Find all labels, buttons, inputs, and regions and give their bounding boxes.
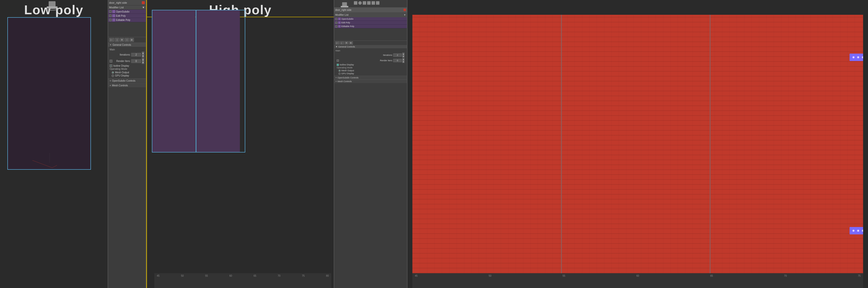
right-tb-1[interactable]: |← — [335, 41, 340, 45]
ruler-60: 60 — [229, 275, 232, 277]
right-mod-editpoly[interactable]: Edit Poly — [334, 21, 407, 25]
editpoly-icon — [112, 14, 115, 17]
right-mod-list[interactable]: Modifier List ▼ — [334, 12, 407, 17]
toolbar-btn-3[interactable]: ⚙ — [120, 38, 124, 42]
right-mesh-collapsed[interactable]: + Mesh Controls — [334, 80, 407, 83]
right-icon-1[interactable] — [354, 1, 357, 5]
right-mesh-radio[interactable] — [338, 69, 341, 72]
right-tb-3[interactable]: ⚙ — [345, 41, 348, 45]
render-iters-down[interactable]: ▼ — [142, 61, 144, 64]
door-vline-1 — [561, 15, 562, 273]
right-isoline-chk[interactable] — [337, 64, 339, 66]
low-poly-viewport[interactable] — [7, 17, 91, 170]
right-render-label: Render Iters: — [339, 59, 393, 62]
gpu-display-radio[interactable] — [112, 75, 114, 77]
svg-line-2 — [52, 165, 57, 168]
right-general-label: General Controls — [338, 46, 355, 48]
toolbar-btn-1[interactable]: |← — [109, 38, 114, 42]
opensubdiv-name: OpenSubdiv — [116, 10, 129, 13]
right-render-down[interactable]: ▼ — [402, 60, 404, 63]
toolbar-btn-2[interactable]: | — [115, 38, 119, 42]
right-editpoly-icon — [338, 21, 341, 24]
toolbar-btn-4[interactable]: □ — [125, 38, 129, 42]
right-iter-label: Iterations: — [337, 54, 393, 56]
right-ruler-70: 70 — [784, 275, 787, 277]
opensubdiv-checkbox[interactable] — [109, 10, 112, 13]
right-mesh-label: Mesh Controls — [337, 80, 352, 83]
right-icon-5[interactable] — [372, 1, 375, 5]
ruler-70: 70 — [278, 275, 280, 277]
iterations-down[interactable]: ▼ — [142, 55, 144, 58]
isoline-label: Isoline Display — [113, 64, 129, 67]
mesh-controls-label: Mesh Controls — [112, 84, 128, 87]
right-render-up[interactable]: ▲ — [402, 58, 404, 60]
iterations-row: Iterations: ▲ ▼ — [110, 52, 144, 58]
isoline-checkbox[interactable] — [110, 64, 112, 67]
right-opensubdiv-chk[interactable] — [335, 18, 337, 20]
general-controls-header[interactable]: ▼ General Controls — [108, 42, 146, 47]
mesh-output-radio[interactable] — [112, 71, 114, 74]
general-controls-arrow: ▼ — [110, 44, 112, 46]
render-iters-input[interactable] — [131, 59, 141, 63]
right-icon-2[interactable] — [358, 1, 362, 5]
right-hat-top — [342, 2, 347, 6]
right-opensubdiv-collapsed[interactable]: + OpenSubdiv Controls — [334, 76, 407, 80]
modifier-empty-area — [108, 22, 146, 37]
modifier-item-editablepoly[interactable]: Editable Poly — [108, 18, 146, 22]
right-mod-editablepoly[interactable]: Editable Poly — [334, 25, 407, 28]
modifier-item-opensubdiv[interactable]: OpenSubdiv — [108, 9, 146, 14]
hp-outline-box — [152, 10, 245, 152]
modifier-item-editpoly[interactable]: Edit Poly — [108, 14, 146, 18]
right-mesh-label: Mesh Output — [341, 69, 354, 72]
right-icon-3[interactable] — [363, 1, 366, 5]
right-mesh-row: Mesh Output — [336, 69, 406, 72]
right-ruler: 45 50 55 60 65 70 75 — [412, 273, 863, 288]
right-opensubdiv-label: OpenSubdiv Controls — [337, 77, 359, 79]
modifier-list-label[interactable]: Modifier List ▼ — [108, 5, 146, 9]
right-mod-label: Modifier List — [335, 13, 348, 16]
right-render-input[interactable] — [393, 59, 402, 62]
right-mod-opensubdiv[interactable]: OpenSubdiv — [334, 17, 407, 21]
hinge-dot-2 — [857, 56, 859, 58]
right-iter-up[interactable]: ▲ — [402, 53, 404, 55]
right-editpoly-chk[interactable] — [335, 22, 337, 24]
door-hinge-top — [849, 54, 863, 61]
right-general-hdr[interactable]: ▼ General Controls — [334, 45, 407, 49]
right-ruler-55: 55 — [562, 275, 565, 277]
right-icon-4[interactable] — [367, 1, 371, 5]
editpoly-checkbox[interactable] — [109, 15, 112, 17]
right-gpu-row: GPU Display — [336, 72, 406, 75]
main-label: Main — [110, 48, 144, 51]
hinge-dot-6 — [862, 230, 863, 232]
iterations-input[interactable] — [131, 53, 141, 57]
right-iter-input[interactable] — [393, 53, 402, 57]
right-iter-down[interactable]: ▼ — [402, 55, 404, 58]
opensubdiv-controls-collapsed[interactable]: + OpenSubdiv Controls — [108, 79, 146, 83]
editpoly-name: Edit Poly — [116, 15, 126, 17]
render-iters-checkbox[interactable] — [110, 60, 112, 62]
render-iters-up[interactable]: ▲ — [142, 58, 144, 61]
mesh-controls-collapsed[interactable]: + Mesh Controls — [108, 83, 146, 88]
editablepoly-checkbox[interactable] — [109, 19, 112, 21]
right-render-chk[interactable] — [337, 59, 339, 62]
right-editablepoly-chk[interactable] — [335, 25, 337, 28]
right-tb-4[interactable]: ⊞ — [349, 41, 353, 45]
right-icon-6[interactable] — [376, 1, 379, 5]
right-prop-close[interactable] — [404, 9, 406, 11]
ruler-80: 80 — [326, 275, 329, 277]
right-mod-empty — [334, 28, 407, 40]
prop-close-btn[interactable] — [142, 1, 145, 4]
general-controls-label: General Controls — [113, 44, 131, 46]
gpu-display-label: GPU Display — [115, 74, 129, 77]
iterations-up[interactable]: ▲ — [142, 52, 144, 55]
right-gpu-radio[interactable] — [338, 73, 341, 75]
right-tb-2[interactable]: | — [340, 41, 344, 45]
right-general-group: Main Iterations: ▲ ▼ Render Iters: ▲ ▼ — [334, 49, 407, 76]
textured-door-section: 45 50 55 60 65 70 75 — [407, 0, 868, 288]
hp-ruler: 45 50 55 60 65 70 75 80 — [154, 273, 331, 288]
right-render-row: Render Iters: ▲ ▼ — [336, 58, 406, 63]
right-properties-panel: door_right side Modifier List ▼ OpenSubd… — [334, 0, 407, 288]
right-opensubdiv-plus: + — [336, 77, 337, 79]
toolbar-btn-5[interactable]: ⊞ — [129, 38, 134, 42]
opensubdiv-controls-label: OpenSubdiv Controls — [112, 80, 135, 82]
